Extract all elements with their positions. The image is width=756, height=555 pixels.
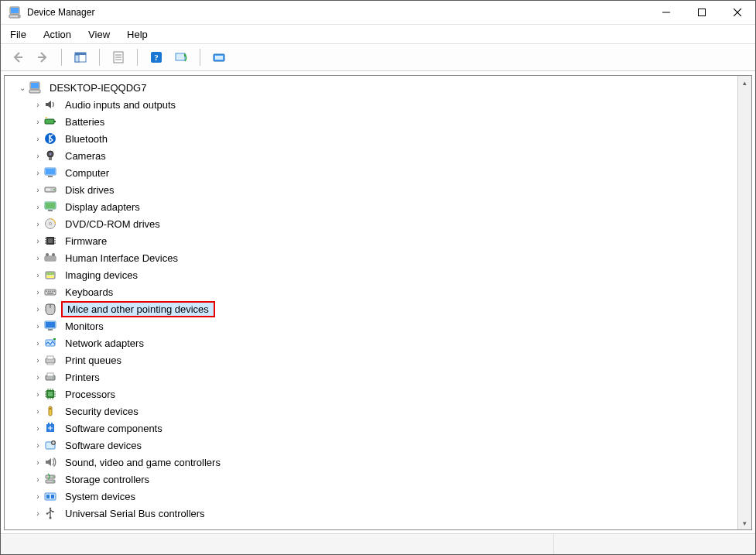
svg-point-30 bbox=[50, 153, 52, 156]
expand-icon[interactable]: › bbox=[32, 424, 43, 433]
speaker-icon bbox=[43, 98, 57, 111]
tree-node-sound[interactable]: ›Sound, video and game controllers bbox=[6, 454, 736, 471]
tree-node-cpu[interactable]: ›Processors bbox=[6, 385, 736, 403]
svg-rect-22 bbox=[215, 56, 223, 60]
tree-node-swdevice[interactable]: ›Software devices bbox=[6, 437, 736, 454]
tree-node-keyboard[interactable]: ›Keyboards bbox=[6, 283, 736, 300]
tree-node-label: Batteries bbox=[65, 116, 104, 128]
svg-rect-78 bbox=[48, 392, 53, 396]
mouse-icon bbox=[43, 302, 57, 316]
tree-node-label: Imaging devices bbox=[65, 269, 138, 281]
tree-node-disk[interactable]: ›Disk drives bbox=[6, 181, 736, 198]
expand-icon[interactable]: › bbox=[32, 101, 43, 109]
expand-icon[interactable]: › bbox=[32, 220, 43, 228]
tree-node-monitor[interactable]: ›Computer bbox=[6, 164, 736, 181]
expand-icon[interactable]: › bbox=[32, 339, 43, 348]
tree-node-mouse[interactable]: ›Mice and other pointing devices bbox=[6, 300, 736, 317]
expand-icon[interactable]: › bbox=[32, 356, 43, 365]
expand-icon[interactable]: › bbox=[32, 458, 43, 467]
expand-icon[interactable]: › bbox=[32, 475, 43, 484]
svg-rect-52 bbox=[46, 257, 55, 260]
tree-node-display[interactable]: ›Display adapters bbox=[6, 198, 736, 215]
expand-icon[interactable]: › bbox=[32, 152, 43, 160]
tree-node-swcomponent[interactable]: ›Software components bbox=[6, 420, 736, 437]
expand-icon[interactable]: › bbox=[32, 288, 43, 296]
swdevice-icon bbox=[43, 438, 57, 452]
svg-rect-64 bbox=[47, 293, 53, 294]
svg-rect-25 bbox=[29, 90, 40, 93]
scroll-up-arrow[interactable]: ▴ bbox=[739, 76, 751, 89]
expand-icon[interactable]: › bbox=[32, 322, 43, 331]
menu-file[interactable]: File bbox=[9, 27, 28, 42]
back-button[interactable] bbox=[7, 46, 29, 68]
system-icon bbox=[43, 489, 57, 503]
svg-rect-44 bbox=[48, 238, 53, 243]
forward-button[interactable] bbox=[32, 46, 53, 68]
expand-icon[interactable]: › bbox=[32, 203, 43, 211]
tree-node-label: Processors bbox=[65, 389, 115, 400]
svg-rect-58 bbox=[45, 289, 56, 295]
svg-rect-68 bbox=[48, 329, 53, 331]
scan-hardware-button[interactable] bbox=[170, 46, 192, 68]
expand-icon[interactable]: › bbox=[32, 169, 43, 177]
expand-icon[interactable]: › bbox=[32, 237, 43, 245]
expand-icon[interactable]: › bbox=[32, 390, 43, 399]
tree-node-label: Human Interface Devices bbox=[65, 252, 178, 264]
tree-node-monitor2[interactable]: ›Monitors bbox=[6, 317, 736, 334]
tree-node-cd[interactable]: ›DVD/CD-ROM drives bbox=[6, 215, 736, 232]
tree-node-camera[interactable]: ›Cameras bbox=[6, 147, 736, 164]
add-legacy-hardware-button[interactable] bbox=[208, 46, 230, 68]
tree-node-bluetooth[interactable]: ›Bluetooth bbox=[6, 130, 736, 147]
expand-icon[interactable]: › bbox=[32, 373, 43, 382]
expand-icon[interactable]: › bbox=[32, 135, 43, 143]
minimize-button[interactable] bbox=[648, 1, 684, 24]
scroll-down-arrow[interactable]: ▾ bbox=[739, 516, 751, 529]
expand-icon[interactable]: › bbox=[32, 441, 43, 450]
tree-node-battery[interactable]: ›Batteries bbox=[6, 113, 736, 130]
tree-node-printer[interactable]: ›Printers bbox=[6, 368, 736, 385]
tree-node-system[interactable]: ›System devices bbox=[6, 488, 736, 505]
expand-icon[interactable]: › bbox=[32, 186, 43, 194]
menu-help[interactable]: Help bbox=[125, 27, 149, 42]
properties-button[interactable] bbox=[108, 46, 129, 68]
menu-view[interactable]: View bbox=[87, 27, 111, 42]
tree-node-hid[interactable]: ›Human Interface Devices bbox=[6, 249, 736, 266]
storage-icon bbox=[43, 472, 57, 486]
show-hide-console-tree-button[interactable] bbox=[70, 46, 91, 68]
window-title: Device Manager bbox=[27, 7, 94, 18]
tree-node-label: Software components bbox=[65, 423, 162, 434]
svg-rect-1 bbox=[11, 8, 19, 13]
collapse-icon[interactable]: ⌄ bbox=[17, 84, 28, 92]
tree-node-imaging[interactable]: ›Imaging devices bbox=[6, 266, 736, 283]
tree-node-label: Printers bbox=[65, 372, 100, 383]
tree-root-node[interactable]: ⌄DESKTOP-IEQQDG7 bbox=[6, 79, 736, 96]
svg-rect-12 bbox=[75, 55, 79, 62]
menu-action[interactable]: Action bbox=[42, 27, 73, 42]
imaging-icon bbox=[43, 268, 57, 282]
svg-rect-61 bbox=[50, 291, 52, 293]
maximize-button[interactable] bbox=[684, 1, 720, 24]
tree-node-printqueue[interactable]: ›Print queues bbox=[6, 351, 736, 368]
tree-node-storage[interactable]: ›Storage controllers bbox=[6, 471, 736, 488]
tree-node-usb[interactable]: ›Universal Serial Bus controllers bbox=[6, 505, 736, 522]
close-button[interactable] bbox=[720, 1, 755, 24]
svg-point-36 bbox=[53, 189, 55, 190]
expand-icon[interactable]: › bbox=[32, 407, 43, 416]
svg-rect-26 bbox=[45, 119, 54, 124]
tree-node-network[interactable]: ›Network adapters bbox=[6, 334, 736, 351]
tree-node-chip[interactable]: ›Firmware bbox=[6, 232, 736, 249]
device-tree[interactable]: ⌄DESKTOP-IEQQDG7›Audio inputs and output… bbox=[5, 76, 737, 529]
expand-icon[interactable]: › bbox=[32, 305, 43, 313]
tree-node-label: Storage controllers bbox=[65, 474, 149, 485]
tree-node-label: Display adapters bbox=[65, 201, 140, 213]
expand-icon[interactable]: › bbox=[32, 509, 43, 518]
vertical-scrollbar[interactable]: ▴ ▾ bbox=[737, 76, 751, 529]
expand-icon[interactable]: › bbox=[32, 492, 43, 501]
expand-icon[interactable]: › bbox=[32, 118, 43, 126]
expand-icon[interactable]: › bbox=[32, 254, 43, 262]
tree-node-speaker[interactable]: ›Audio inputs and outputs bbox=[6, 96, 736, 113]
tree-node-label: Sound, video and game controllers bbox=[65, 457, 221, 468]
expand-icon[interactable]: › bbox=[32, 271, 43, 279]
tree-node-security[interactable]: ›Security devices bbox=[6, 403, 736, 420]
help-button[interactable]: ? bbox=[145, 46, 167, 68]
